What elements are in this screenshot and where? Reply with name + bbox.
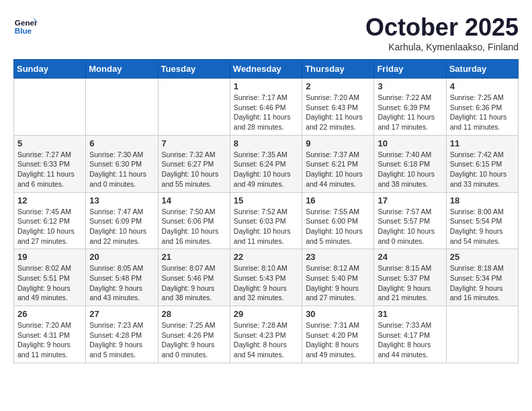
day-number: 30 <box>306 309 370 319</box>
day-info: Sunrise: 7:23 AM Sunset: 4:28 PM Dayligh… <box>89 320 154 360</box>
day-info: Sunrise: 7:28 AM Sunset: 4:23 PM Dayligh… <box>234 320 298 360</box>
calendar-cell: 21Sunrise: 8:07 AM Sunset: 5:46 PM Dayli… <box>158 249 230 306</box>
calendar-cell: 24Sunrise: 8:15 AM Sunset: 5:37 PM Dayli… <box>374 249 446 306</box>
calendar-header-row: SundayMondayTuesdayWednesdayThursdayFrid… <box>14 60 519 79</box>
day-info: Sunrise: 7:20 AM Sunset: 4:31 PM Dayligh… <box>17 320 82 360</box>
day-number: 25 <box>450 252 515 262</box>
day-info: Sunrise: 7:35 AM Sunset: 6:24 PM Dayligh… <box>234 150 298 189</box>
day-number: 19 <box>17 252 82 262</box>
day-number: 23 <box>306 252 370 262</box>
day-info: Sunrise: 7:27 AM Sunset: 6:33 PM Dayligh… <box>17 150 82 189</box>
day-info: Sunrise: 8:00 AM Sunset: 5:54 PM Dayligh… <box>450 207 515 246</box>
calendar-cell <box>14 79 86 136</box>
calendar-cell: 22Sunrise: 8:10 AM Sunset: 5:43 PM Dayli… <box>230 249 302 306</box>
weekday-header: Saturday <box>446 60 518 79</box>
day-number: 17 <box>378 195 442 205</box>
calendar-cell: 18Sunrise: 8:00 AM Sunset: 5:54 PM Dayli… <box>446 192 518 249</box>
day-number: 8 <box>234 138 298 148</box>
weekday-header: Friday <box>374 60 446 79</box>
month-title: October 2025 <box>365 13 519 42</box>
calendar-cell: 30Sunrise: 7:31 AM Sunset: 4:20 PM Dayli… <box>302 306 374 363</box>
logo: General Blue <box>13 13 38 38</box>
day-number: 9 <box>306 138 370 148</box>
calendar-cell: 4Sunrise: 7:25 AM Sunset: 6:36 PM Daylig… <box>446 79 518 136</box>
day-info: Sunrise: 7:50 AM Sunset: 6:06 PM Dayligh… <box>162 207 226 246</box>
day-number: 16 <box>306 195 370 205</box>
day-number: 21 <box>162 252 226 262</box>
day-info: Sunrise: 7:31 AM Sunset: 4:20 PM Dayligh… <box>306 320 370 360</box>
calendar-cell: 8Sunrise: 7:35 AM Sunset: 6:24 PM Daylig… <box>230 135 302 192</box>
day-info: Sunrise: 8:07 AM Sunset: 5:46 PM Dayligh… <box>162 263 226 303</box>
day-info: Sunrise: 7:37 AM Sunset: 6:21 PM Dayligh… <box>306 150 370 189</box>
day-info: Sunrise: 8:05 AM Sunset: 5:48 PM Dayligh… <box>89 263 154 303</box>
day-info: Sunrise: 8:02 AM Sunset: 5:51 PM Dayligh… <box>17 263 82 303</box>
weekday-header: Tuesday <box>158 60 230 79</box>
day-info: Sunrise: 8:18 AM Sunset: 5:34 PM Dayligh… <box>450 263 515 303</box>
day-number: 5 <box>17 138 82 148</box>
logo-icon: General Blue <box>13 13 38 38</box>
weekday-header: Monday <box>86 60 158 79</box>
calendar-cell: 6Sunrise: 7:30 AM Sunset: 6:30 PM Daylig… <box>86 135 158 192</box>
calendar-cell <box>446 306 518 363</box>
day-info: Sunrise: 7:55 AM Sunset: 6:00 PM Dayligh… <box>306 207 370 246</box>
calendar-cell: 23Sunrise: 8:12 AM Sunset: 5:40 PM Dayli… <box>302 249 374 306</box>
day-number: 7 <box>162 138 226 148</box>
calendar-cell <box>158 79 230 136</box>
calendar-week-row: 1Sunrise: 7:17 AM Sunset: 6:46 PM Daylig… <box>14 79 519 136</box>
day-number: 3 <box>378 81 442 91</box>
title-block: October 2025 Karhula, Kymenlaakso, Finla… <box>365 13 519 52</box>
day-info: Sunrise: 7:22 AM Sunset: 6:39 PM Dayligh… <box>378 93 442 132</box>
day-info: Sunrise: 7:33 AM Sunset: 4:17 PM Dayligh… <box>378 320 442 360</box>
day-number: 4 <box>450 81 515 91</box>
calendar-cell: 13Sunrise: 7:47 AM Sunset: 6:09 PM Dayli… <box>86 192 158 249</box>
calendar-cell: 17Sunrise: 7:57 AM Sunset: 5:57 PM Dayli… <box>374 192 446 249</box>
day-number: 27 <box>89 309 154 319</box>
day-number: 12 <box>17 195 82 205</box>
calendar-cell: 5Sunrise: 7:27 AM Sunset: 6:33 PM Daylig… <box>14 135 86 192</box>
day-info: Sunrise: 7:30 AM Sunset: 6:30 PM Dayligh… <box>89 150 154 189</box>
day-number: 2 <box>306 81 370 91</box>
day-number: 24 <box>378 252 442 262</box>
calendar-cell: 1Sunrise: 7:17 AM Sunset: 6:46 PM Daylig… <box>230 79 302 136</box>
calendar-week-row: 26Sunrise: 7:20 AM Sunset: 4:31 PM Dayli… <box>14 306 519 363</box>
day-info: Sunrise: 7:52 AM Sunset: 6:03 PM Dayligh… <box>234 207 298 246</box>
day-info: Sunrise: 7:20 AM Sunset: 6:43 PM Dayligh… <box>306 93 370 132</box>
calendar-cell: 11Sunrise: 7:42 AM Sunset: 6:15 PM Dayli… <box>446 135 518 192</box>
calendar-cell: 15Sunrise: 7:52 AM Sunset: 6:03 PM Dayli… <box>230 192 302 249</box>
day-info: Sunrise: 7:47 AM Sunset: 6:09 PM Dayligh… <box>89 207 154 246</box>
day-number: 11 <box>450 138 515 148</box>
day-number: 13 <box>89 195 154 205</box>
day-info: Sunrise: 7:42 AM Sunset: 6:15 PM Dayligh… <box>450 150 515 189</box>
calendar-cell: 29Sunrise: 7:28 AM Sunset: 4:23 PM Dayli… <box>230 306 302 363</box>
day-info: Sunrise: 7:40 AM Sunset: 6:18 PM Dayligh… <box>378 150 442 189</box>
day-number: 29 <box>234 309 298 319</box>
calendar-cell: 14Sunrise: 7:50 AM Sunset: 6:06 PM Dayli… <box>158 192 230 249</box>
calendar-cell: 20Sunrise: 8:05 AM Sunset: 5:48 PM Dayli… <box>86 249 158 306</box>
day-number: 6 <box>89 138 154 148</box>
calendar-cell: 31Sunrise: 7:33 AM Sunset: 4:17 PM Dayli… <box>374 306 446 363</box>
calendar-cell: 26Sunrise: 7:20 AM Sunset: 4:31 PM Dayli… <box>14 306 86 363</box>
calendar-cell: 16Sunrise: 7:55 AM Sunset: 6:00 PM Dayli… <box>302 192 374 249</box>
day-info: Sunrise: 7:25 AM Sunset: 6:36 PM Dayligh… <box>450 93 515 132</box>
day-info: Sunrise: 8:12 AM Sunset: 5:40 PM Dayligh… <box>306 263 370 303</box>
calendar-cell: 2Sunrise: 7:20 AM Sunset: 6:43 PM Daylig… <box>302 79 374 136</box>
day-number: 22 <box>234 252 298 262</box>
calendar-cell: 9Sunrise: 7:37 AM Sunset: 6:21 PM Daylig… <box>302 135 374 192</box>
calendar-cell <box>86 79 158 136</box>
calendar-cell: 25Sunrise: 8:18 AM Sunset: 5:34 PM Dayli… <box>446 249 518 306</box>
calendar-cell: 12Sunrise: 7:45 AM Sunset: 6:12 PM Dayli… <box>14 192 86 249</box>
day-info: Sunrise: 7:25 AM Sunset: 4:26 PM Dayligh… <box>162 320 226 360</box>
day-number: 15 <box>234 195 298 205</box>
weekday-header: Sunday <box>14 60 86 79</box>
calendar-cell: 3Sunrise: 7:22 AM Sunset: 6:39 PM Daylig… <box>374 79 446 136</box>
calendar-week-row: 5Sunrise: 7:27 AM Sunset: 6:33 PM Daylig… <box>14 135 519 192</box>
day-number: 1 <box>234 81 298 91</box>
svg-text:Blue: Blue <box>15 26 32 35</box>
day-number: 20 <box>89 252 154 262</box>
day-number: 18 <box>450 195 515 205</box>
calendar-cell: 19Sunrise: 8:02 AM Sunset: 5:51 PM Dayli… <box>14 249 86 306</box>
weekday-header: Wednesday <box>230 60 302 79</box>
day-number: 10 <box>378 138 442 148</box>
day-info: Sunrise: 8:10 AM Sunset: 5:43 PM Dayligh… <box>234 263 298 303</box>
day-info: Sunrise: 7:32 AM Sunset: 6:27 PM Dayligh… <box>162 150 226 189</box>
